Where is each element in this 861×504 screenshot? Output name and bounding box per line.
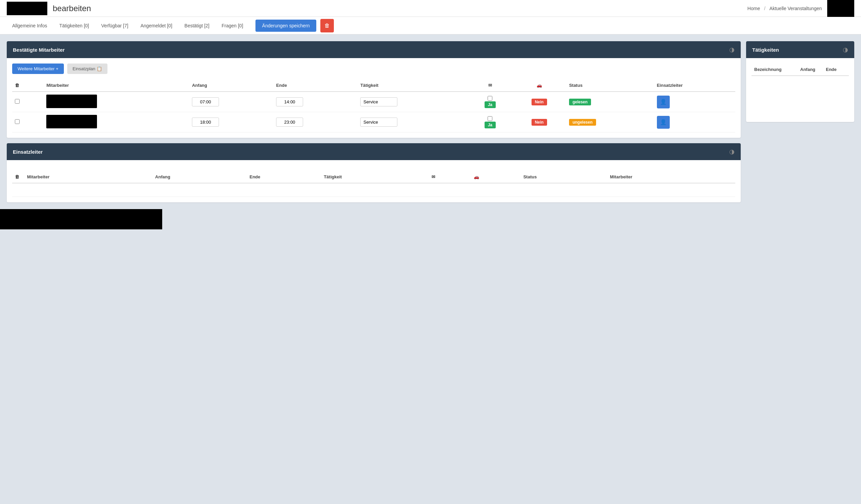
tab-angemeldet[interactable]: Angemeldet [0]	[135, 20, 178, 31]
row2-end-input[interactable]	[276, 117, 303, 127]
tab-bestaetigt[interactable]: Bestätigt [2]	[179, 20, 215, 31]
confirmed-workers-title: Bestätigte Mitarbeiter	[13, 47, 65, 53]
confirmed-workers-table: 🗑 Mitarbeiter Anfang Ende Tätigkeit ✉ 🚗 …	[12, 79, 735, 132]
confirmed-workers-header: Bestätigte Mitarbeiter ◑	[7, 41, 741, 58]
activities-empty-area	[752, 76, 849, 116]
einsatzleiter-header: Einsatzleiter ◑	[7, 143, 741, 160]
col-header-einsatzleiter: Einsatzleiter	[654, 79, 735, 92]
row1-taetigkeit-cell	[357, 92, 468, 112]
col-header-taetigkeit: Tätigkeit	[357, 79, 468, 92]
row1-checkbox[interactable]	[15, 99, 19, 104]
einsatzleiter-card: Einsatzleiter ◑ 🗑 Mitarbeiter Anfang	[7, 143, 741, 202]
row2-taetigkeit-input[interactable]	[360, 117, 397, 127]
el-col-car: 🚗	[471, 171, 521, 183]
row2-status-badge: ungelesen	[569, 119, 596, 126]
row1-taetigkeit-input[interactable]	[360, 97, 397, 107]
row2-start-input[interactable]	[192, 117, 219, 127]
einsatzleiter-table: 🗑 Mitarbeiter Anfang Ende Tätigkeit ✉ 🚗 …	[12, 171, 735, 197]
einsatzplan-button[interactable]: Einsatzplan 📋	[67, 64, 108, 74]
save-button[interactable]: Änderungen speichern	[256, 19, 317, 32]
trash-icon: 🗑	[15, 83, 19, 88]
row2-name-box	[46, 115, 97, 128]
collapse-icon[interactable]: ◑	[729, 46, 735, 53]
home-link[interactable]: Home	[748, 6, 760, 11]
row2-start-cell	[189, 112, 273, 132]
logo	[7, 2, 47, 15]
einsatzleiter-table-container: 🗑 Mitarbeiter Anfang Ende Tätigkeit ✉ 🚗 …	[12, 171, 735, 197]
row1-status-badge: gelesen	[569, 99, 591, 106]
el-col-anfang: Anfang	[152, 171, 247, 183]
row2-mail-cell: Ja	[468, 112, 512, 132]
activities-collapse-icon[interactable]: ◑	[843, 46, 848, 53]
row1-start-input[interactable]	[192, 97, 219, 107]
tae-col-bezeichnung: Bezeichnung	[752, 64, 797, 75]
page-title: bearbeiten	[53, 4, 748, 13]
current-page-link[interactable]: Aktuelle Veranstaltungen	[769, 6, 822, 11]
footer-bar	[0, 209, 162, 229]
add-workers-button[interactable]: Weitere Mitarbeiter +	[12, 64, 64, 74]
activities-title: Tätigkeiten	[752, 47, 779, 53]
row2-einsatz-button[interactable]: 👤	[657, 116, 670, 129]
left-panel: Bestätigte Mitarbeiter ◑ Weitere Mitarbe…	[7, 41, 741, 202]
row1-mail-col: Ja	[471, 96, 509, 108]
col-header-mitarbeiter: Mitarbeiter	[44, 79, 189, 92]
tab-fragen[interactable]: Fragen [0]	[216, 20, 249, 31]
table-row: Ja Nein ungelesen 👤	[12, 112, 735, 132]
el-col-ende: Ende	[247, 171, 321, 183]
row2-end-cell	[273, 112, 357, 132]
row1-mail-cell: Ja	[468, 92, 512, 112]
tab-verfuegbar[interactable]: Verfügbar [7]	[96, 20, 134, 31]
row1-end-input[interactable]	[276, 97, 303, 107]
el-col-status: Status	[521, 171, 607, 183]
tabbar: Allgemeine Infos Tätigkeiten [0] Verfügb…	[0, 17, 861, 34]
activities-header: Tätigkeiten ◑	[746, 41, 854, 58]
row1-einsatz-cell: 👤	[654, 92, 735, 112]
el-col-trash: 🗑	[12, 171, 24, 183]
row1-mail-checkbox[interactable]	[488, 96, 492, 101]
row1-ja-badge: Ja	[484, 101, 496, 108]
tae-col-anfang: Anfang	[797, 64, 823, 75]
row1-nein-badge: Nein	[532, 99, 547, 106]
col-header-car: 🚗	[512, 79, 566, 92]
el-col-mitarbeiter2: Mitarbeiter	[607, 171, 735, 183]
right-panel: Tätigkeiten ◑ Bezeichnung Anfang Ende	[746, 41, 854, 202]
col-header-ende: Ende	[273, 79, 357, 92]
breadcrumb-nav: Home / Aktuelle Veranstaltungen	[748, 6, 822, 11]
table-row: Ja Nein gelesen 👤	[12, 92, 735, 112]
row2-nein-badge: Nein	[532, 119, 547, 126]
row2-mail-col: Ja	[471, 116, 509, 128]
einsatzleiter-collapse-icon[interactable]: ◑	[729, 148, 735, 155]
row1-name-cell	[44, 92, 189, 112]
tae-col-ende: Ende	[823, 64, 849, 75]
el-col-mitarbeiter: Mitarbeiter	[24, 171, 152, 183]
confirmed-workers-card: Bestätigte Mitarbeiter ◑ Weitere Mitarbe…	[7, 41, 741, 138]
delete-button[interactable]: 🗑	[320, 19, 334, 32]
el-empty-row	[12, 183, 735, 197]
el-trash-icon: 🗑	[15, 174, 19, 179]
el-col-taetigkeit: Tätigkeit	[321, 171, 429, 183]
activities-card: Tätigkeiten ◑ Bezeichnung Anfang Ende	[746, 41, 854, 122]
row1-start-cell	[189, 92, 273, 112]
row2-name-cell	[44, 112, 189, 132]
col-header-anfang: Anfang	[189, 79, 273, 92]
einsatzleiter-title: Einsatzleiter	[13, 149, 43, 155]
col-header-status: Status	[566, 79, 654, 92]
row2-car-cell: Nein	[512, 112, 566, 132]
col-header-mail: ✉	[468, 79, 512, 92]
el-col-mail: ✉	[429, 171, 471, 183]
row2-checkbox-cell	[12, 112, 44, 132]
header-right-logo	[827, 0, 854, 17]
row2-ja-badge: Ja	[484, 122, 496, 128]
breadcrumb-separator: /	[764, 6, 765, 11]
main-layout: Bestätigte Mitarbeiter ◑ Weitere Mitarbe…	[0, 34, 861, 209]
row2-checkbox[interactable]	[15, 119, 19, 124]
header: bearbeiten Home / Aktuelle Veranstaltung…	[0, 0, 861, 17]
row2-status-cell: ungelesen	[566, 112, 654, 132]
row1-einsatz-button[interactable]: 👤	[657, 96, 670, 109]
col-header-trash: 🗑	[12, 79, 44, 92]
tab-taetigkeiten[interactable]: Tätigkeiten [0]	[54, 20, 95, 31]
row1-car-cell: Nein	[512, 92, 566, 112]
einsatzleiter-body: 🗑 Mitarbeiter Anfang Ende Tätigkeit ✉ 🚗 …	[7, 160, 741, 202]
row2-mail-checkbox[interactable]	[488, 116, 492, 121]
tab-allgemeine-infos[interactable]: Allgemeine Infos	[7, 20, 53, 31]
